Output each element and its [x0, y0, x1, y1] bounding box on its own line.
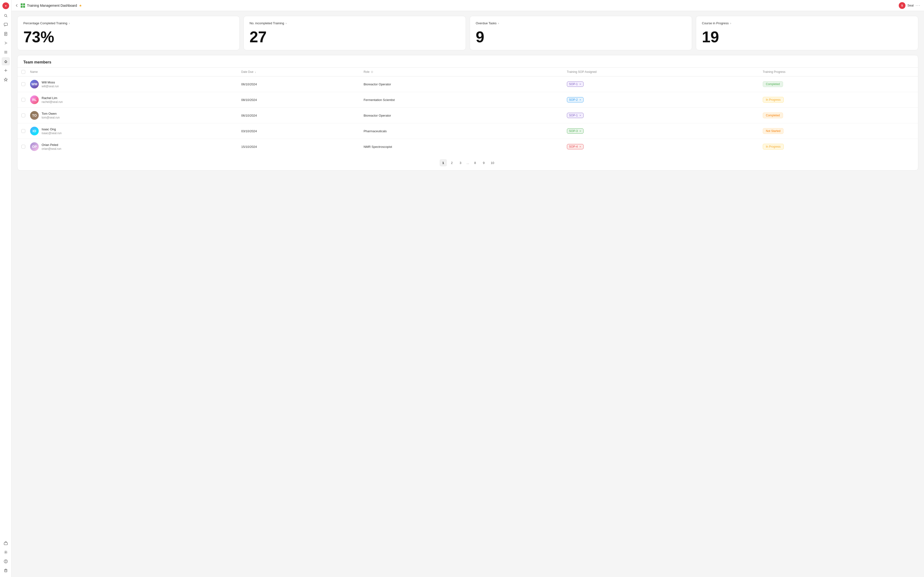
sidebar-item-training[interactable] — [2, 57, 10, 65]
topbar: Training Management Dashboard ★ S Seal ·… — [11, 0, 924, 11]
table-header-row: Name Date Due ↓ Role ⊙ Training SOP Assi… — [18, 68, 918, 76]
row-checkbox-2 — [18, 108, 26, 123]
favorite-star[interactable]: ★ — [79, 3, 82, 8]
row-date-2: 06/10/2024 — [237, 108, 360, 123]
col-date-due: Date Due ↓ — [237, 68, 360, 76]
member-name-4: Orian Peled — [42, 143, 61, 147]
row-select-1[interactable] — [21, 98, 25, 102]
sidebar-item-chat[interactable] — [2, 21, 10, 29]
svg-marker-16 — [4, 78, 8, 81]
sidebar-item-help[interactable] — [2, 557, 10, 566]
page-btn-10[interactable]: 10 — [489, 159, 496, 166]
member-email-4: orian@seal.run — [42, 147, 61, 150]
sidebar-item-search[interactable] — [2, 11, 10, 20]
svg-point-20 — [5, 562, 6, 562]
row-date-3: 03/10/2024 — [237, 123, 360, 139]
sop-remove-4[interactable]: ✕ — [579, 145, 582, 148]
sidebar-item-favorites[interactable] — [2, 76, 10, 84]
member-name-1: Rachel Lim — [42, 96, 63, 100]
stat-card-overdue[interactable]: Overdue Tasks › 9 — [470, 16, 692, 50]
team-members-section: Team members Name Date Due ↓ — [17, 55, 918, 171]
sop-remove-1[interactable]: ✕ — [579, 98, 582, 102]
row-date-0: 06/10/2024 — [237, 76, 360, 92]
svg-rect-13 — [5, 62, 6, 63]
sop-remove-2[interactable]: ✕ — [579, 114, 582, 117]
stat-card-value-in-progress: 19 — [702, 29, 912, 45]
row-role-3: Pharmaceuticals — [360, 123, 563, 139]
date-sort-icon[interactable]: ↓ — [255, 71, 256, 73]
svg-point-18 — [5, 552, 6, 553]
svg-point-2 — [4, 15, 6, 16]
svg-line-3 — [6, 16, 7, 17]
row-select-3[interactable] — [21, 129, 25, 133]
member-email-1: rachel@seal.run — [42, 100, 63, 104]
select-all-checkbox[interactable] — [21, 70, 25, 74]
row-checkbox-3 — [18, 123, 26, 139]
sop-remove-0[interactable]: ✕ — [579, 83, 582, 86]
page-btn-3[interactable]: 3 — [457, 159, 464, 166]
sidebar-item-documents[interactable] — [2, 30, 10, 38]
sidebar-item-list[interactable] — [2, 48, 10, 56]
row-progress-4: In Progress — [759, 139, 918, 155]
role-help-icon[interactable]: ⊙ — [371, 70, 373, 74]
row-progress-1: In Progress — [759, 92, 918, 108]
page-btn-9[interactable]: 9 — [480, 159, 487, 166]
sop-badge-3[interactable]: SOP-3 ✕ — [567, 128, 583, 134]
member-avatar-1: RL — [30, 95, 39, 104]
sidebar-item-trash[interactable] — [2, 566, 10, 575]
svg-rect-21 — [5, 569, 7, 572]
sidebar-item-forward[interactable] — [2, 39, 10, 47]
back-button[interactable] — [15, 3, 19, 8]
svg-point-0 — [4, 4, 8, 8]
sidebar-item-briefcase[interactable] — [2, 539, 10, 547]
user-name: Seal — [908, 3, 914, 7]
member-name-0: Will Moss — [42, 81, 59, 84]
row-sop-0: SOP-1 ✕ — [563, 76, 759, 92]
page-title: Training Management Dashboard — [27, 3, 77, 8]
row-select-4[interactable] — [21, 145, 25, 148]
row-select-2[interactable] — [21, 113, 25, 117]
more-options-button[interactable]: ··· — [916, 3, 921, 8]
table-row: RL Rachel Lim rachel@seal.run 08/10/2024… — [18, 92, 918, 108]
row-checkbox-0 — [18, 76, 26, 92]
sop-badge-2[interactable]: SOP-1 ✕ — [567, 113, 583, 118]
sop-badge-0[interactable]: SOP-1 ✕ — [567, 82, 583, 87]
sop-badge-4[interactable]: SOP-4 ✕ — [567, 144, 583, 149]
svg-point-1 — [5, 6, 6, 7]
row-progress-0: Completed — [759, 76, 918, 92]
user-avatar: S — [899, 2, 905, 9]
sidebar-item-add[interactable] — [2, 66, 10, 74]
stat-card-title-in-progress: Course in Progress › — [702, 21, 912, 25]
table-row: OP Orian Peled orian@seal.run 15/10/2024… — [18, 139, 918, 155]
row-role-1: Fermentation Scientist — [360, 92, 563, 108]
member-name-3: Isaac Ong — [42, 127, 61, 131]
page-btn-1[interactable]: 1 — [439, 159, 447, 166]
member-name-2: Tom Owen — [42, 112, 60, 115]
stat-card-incomplete[interactable]: No. incompleted Training › 27 — [244, 16, 466, 50]
sidebar-item-settings[interactable] — [2, 548, 10, 556]
progress-badge-4: In Progress — [763, 144, 784, 150]
stat-card-in-progress[interactable]: Course in Progress › 19 — [696, 16, 918, 50]
stat-arrow-2: › — [498, 21, 499, 25]
svg-rect-17 — [4, 543, 8, 545]
sop-remove-3[interactable]: ✕ — [579, 130, 582, 133]
row-sop-4: SOP-4 ✕ — [563, 139, 759, 155]
row-select-0[interactable] — [21, 82, 25, 86]
content-area: Percentage Completed Training › 73% No. … — [11, 11, 924, 577]
progress-badge-1: In Progress — [763, 97, 784, 103]
pagination: 1 2 3 ... 8 9 10 — [18, 159, 918, 166]
row-checkbox-1 — [18, 92, 26, 108]
page-ellipsis: ... — [465, 161, 470, 165]
page-btn-8[interactable]: 8 — [472, 159, 478, 166]
page-btn-2[interactable]: 2 — [448, 159, 456, 166]
stat-cards-grid: Percentage Completed Training › 73% No. … — [17, 16, 918, 50]
col-role: Role ⊙ — [360, 68, 563, 76]
row-checkbox-4 — [18, 139, 26, 155]
col-sop: Training SOP Assigned — [563, 68, 759, 76]
member-email-2: tom@seal.run — [42, 116, 60, 119]
sop-badge-1[interactable]: SOP-2 ✕ — [567, 97, 583, 102]
team-table: Name Date Due ↓ Role ⊙ Training SOP Assi… — [18, 67, 918, 154]
row-member-0: WM Will Moss will@seal.run — [26, 76, 237, 92]
progress-badge-0: Completed — [763, 81, 783, 87]
stat-card-pct-completed[interactable]: Percentage Completed Training › 73% — [17, 16, 240, 50]
